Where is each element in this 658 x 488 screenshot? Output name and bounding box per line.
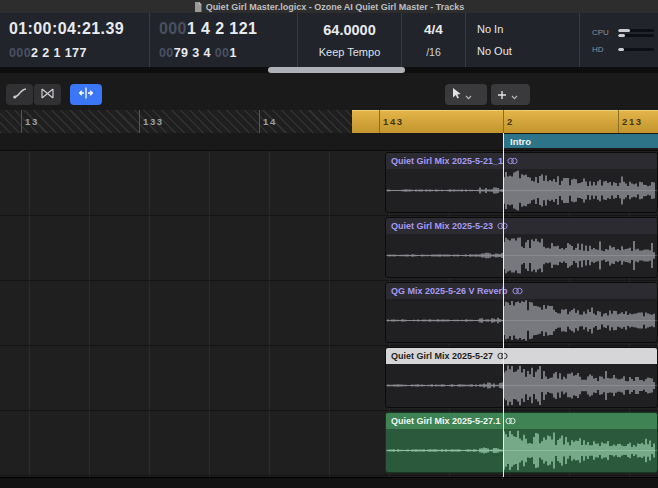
tempo-value: 64.0000 [323, 22, 375, 38]
automation-curve-icon [12, 86, 28, 104]
window-titlebar: Quiet Girl Master.logicx - Ozone AI Quie… [0, 0, 658, 14]
crossfade-icon [40, 86, 55, 104]
playhead[interactable] [503, 133, 504, 477]
midi-out: No Out [477, 45, 579, 57]
ruler-label: 2 [507, 116, 514, 127]
track-row[interactable]: QG Mix 2025-5-26 V Reverb [0, 281, 658, 346]
ruler-label: 14 [263, 116, 277, 127]
cpu-meter-bar-2 [618, 34, 654, 37]
region[interactable]: Quiet Girl Mix 2025-5-21_1 [385, 152, 658, 213]
lcd-digit-group: 00 [215, 46, 230, 60]
document-icon [194, 2, 202, 12]
region-waveform [386, 169, 657, 212]
region-header[interactable]: Quiet Girl Mix 2025-5-27 [386, 348, 657, 364]
lcd-midi-io-display[interactable]: No In No Out [466, 13, 580, 67]
stereo-icon [512, 287, 523, 295]
marker-lane: Intro [0, 133, 658, 151]
hd-meter-bar [618, 48, 654, 51]
ruler-label: 213 [622, 116, 643, 127]
region[interactable]: Quiet Girl Mix 2025-5-27 [385, 347, 658, 408]
region-name: Quiet Girl Mix 2025-5-21_1 [391, 156, 503, 166]
lcd-time-display[interactable]: 01:00:04:21.39 0002 2 1 177 [0, 13, 150, 67]
region-name: Quiet Girl Mix 2025-5-27 [391, 351, 493, 361]
position-sub: 0079 3 4 001 [159, 46, 297, 60]
flex-icon [78, 86, 94, 104]
lcd-digit-group: 79 3 4 [174, 46, 215, 60]
track-row[interactable]: Quiet Girl Mix 2025-5-21_1 [0, 151, 658, 216]
timecode: 01:00:04:21.39 [9, 20, 149, 38]
region-header[interactable]: Quiet Girl Mix 2025-5-23 [386, 218, 657, 234]
midi-in: No In [477, 23, 579, 35]
marker-intro[interactable]: Intro [503, 134, 658, 148]
lcd-digit-group: 000 [9, 46, 31, 60]
pointer-icon [451, 86, 461, 104]
ruler[interactable]: 13133141432213 [0, 110, 658, 134]
ruler-tick [21, 110, 22, 133]
ruler-tick [503, 110, 504, 133]
region[interactable]: Quiet Girl Mix 2025-5-27.1 [385, 412, 658, 473]
hd-meter: HD [592, 45, 656, 54]
ruler-tick [618, 110, 619, 133]
region[interactable]: Quiet Girl Mix 2025-5-23 [385, 217, 658, 278]
stereo-icon [505, 417, 516, 425]
region-name: Quiet Girl Mix 2025-5-27.1 [391, 416, 501, 426]
stereo-icon [507, 157, 518, 165]
track-lanes[interactable]: Quiet Girl Mix 2025-5-21_1 Quiet Girl Mi… [0, 151, 658, 477]
timecode-sub: 0002 2 1 177 [9, 46, 149, 60]
region-waveform [386, 234, 657, 277]
region-header[interactable]: Quiet Girl Mix 2025-5-27.1 [386, 413, 657, 429]
region-waveform [386, 299, 657, 342]
cpu-meter: CPU [592, 28, 656, 37]
lcd-digit-group: 1 [229, 46, 236, 60]
performance-meters[interactable]: CPU HD [580, 13, 658, 67]
lcd-signature-display[interactable]: 4/4 /16 [402, 13, 466, 67]
lcd-digit-group: 1 4 2 121 [187, 20, 257, 37]
region-waveform [386, 429, 657, 472]
horizontal-scrollbar[interactable] [0, 477, 658, 488]
automation-tool-button[interactable] [6, 84, 33, 105]
left-click-tool-menu[interactable] [445, 84, 487, 105]
ruler-label: 133 [143, 116, 164, 127]
position-main: 0001 4 2 121 [159, 20, 297, 38]
chevron-down-icon [465, 86, 472, 104]
lcd-digit-group: 00 [159, 46, 174, 60]
track-row[interactable]: Quiet Girl Mix 2025-5-23 [0, 216, 658, 281]
lcd-digit-group: 000 [159, 20, 187, 37]
lcd-tempo-display[interactable]: 64.0000 Keep Tempo [298, 13, 402, 67]
hd-label: HD [592, 45, 612, 54]
division: /16 [426, 46, 441, 58]
region-header[interactable]: QG Mix 2025-5-26 V Reverb [386, 283, 657, 299]
lcd-digit-group: 2 2 1 177 [31, 46, 87, 60]
region-header[interactable]: Quiet Girl Mix 2025-5-21_1 [386, 153, 657, 169]
chevron-down-icon [511, 86, 518, 104]
window-title: Quiet Girl Master.logicx - Ozone AI Quie… [206, 2, 465, 12]
ruler-label: 13 [25, 116, 39, 127]
ruler-tick [379, 110, 380, 133]
region[interactable]: QG Mix 2025-5-26 V Reverb [385, 282, 658, 343]
region-name: QG Mix 2025-5-26 V Reverb [391, 286, 508, 296]
command-click-tool-menu[interactable] [491, 84, 530, 105]
tracks-toolbar [0, 73, 658, 111]
time-signature: 4/4 [424, 22, 443, 37]
region-name: Quiet Girl Mix 2025-5-23 [391, 221, 493, 231]
ruler-label: 143 [383, 116, 404, 127]
region-waveform [386, 364, 657, 407]
crossfade-tool-button[interactable] [34, 84, 61, 105]
marker-label: Intro [510, 136, 531, 147]
ruler-tick [139, 110, 140, 133]
cpu-label: CPU [592, 28, 612, 37]
control-bar: 01:00:04:21.39 0002 2 1 177 0001 4 2 121… [0, 13, 658, 67]
lcd-position-display[interactable]: 0001 4 2 121 0079 3 4 001 [150, 13, 298, 67]
cpu-meter-bar-1 [618, 29, 654, 32]
flex-tool-button[interactable] [70, 84, 102, 105]
tempo-mode: Keep Tempo [319, 46, 381, 58]
plus-icon [497, 86, 507, 104]
ruler-tick [259, 110, 260, 133]
track-row[interactable]: Quiet Girl Mix 2025-5-27.1 [0, 411, 658, 476]
track-row[interactable]: Quiet Girl Mix 2025-5-27 [0, 346, 658, 411]
